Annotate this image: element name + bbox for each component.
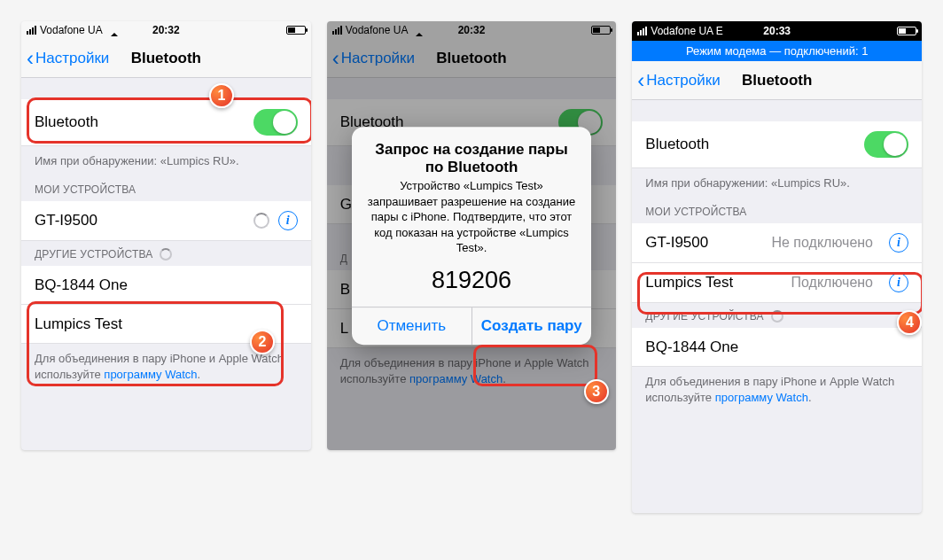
bluetooth-toggle-row[interactable]: Bluetooth — [632, 121, 922, 168]
watch-link[interactable]: программу Watch — [104, 368, 197, 381]
back-button[interactable]: ‹ Настройки — [21, 48, 109, 69]
carrier-label: Vodafone UA — [346, 24, 409, 36]
carrier-label: Vodafone UA — [40, 24, 103, 36]
signal-icon — [637, 27, 647, 35]
device-name: Lumpics Test — [35, 315, 122, 333]
toggle-switch[interactable] — [253, 109, 298, 136]
signal-icon — [27, 26, 36, 35]
back-label: Настройки — [341, 50, 415, 67]
device-name: BQ-1844 One — [35, 276, 128, 294]
back-label: Настройки — [35, 50, 109, 67]
wifi-icon — [106, 26, 119, 35]
annotation-badge-1: 1 — [209, 83, 234, 108]
device-name: Lumpics Test — [645, 274, 733, 292]
annotation-badge-2: 2 — [250, 330, 275, 354]
device-name: BQ-1844 One — [645, 338, 738, 356]
signal-icon — [332, 26, 342, 35]
nav-header: ‹ Настройки Bluetooth — [632, 61, 922, 100]
page-title: Bluetooth — [742, 72, 812, 89]
my-devices-header: МОИ УСТРОЙСТВА — [632, 198, 922, 223]
spinner-icon — [253, 213, 269, 229]
device-row-lumpics-test[interactable]: Lumpics Test Подключено i — [632, 263, 922, 303]
device-row-gt-i9500[interactable]: GT-I9500 Не подключено i — [632, 223, 922, 263]
alert-title: Запрос на создание пары по Bluetooth — [352, 127, 591, 178]
bluetooth-label: Bluetooth — [645, 136, 709, 153]
watch-footer: Для объединения в пару iPhone и Apple Wa… — [327, 348, 617, 394]
nav-header: ‹ Настройки Bluetooth — [21, 39, 311, 78]
toggle-switch[interactable] — [864, 131, 908, 158]
info-icon[interactable]: i — [889, 233, 908, 253]
pairing-alert: Запрос на создание пары по Bluetooth Уст… — [352, 127, 591, 345]
discoverable-footer: Имя при обнаружении: «Lumpics RU». — [21, 146, 311, 176]
other-devices-header: ДРУГИЕ УСТРОЙСТВА — [632, 303, 922, 328]
back-button[interactable]: ‹ Настройки — [632, 70, 720, 91]
back-button[interactable]: ‹ Настройки — [327, 48, 415, 69]
back-label: Настройки — [646, 72, 720, 89]
device-status: Не подключено — [771, 235, 873, 251]
bluetooth-label: Bluetooth — [35, 113, 98, 131]
page-title: Bluetooth — [131, 50, 201, 67]
wifi-icon — [411, 26, 424, 35]
other-devices-header: ДРУГИЕ УСТРОЙСТВА — [21, 241, 311, 266]
spinner-icon — [160, 248, 172, 261]
screen-2: Vodafone UA 20:32 ‹ Настройки Bluetooth … — [327, 21, 617, 450]
spinner-icon — [771, 310, 783, 323]
nav-header: ‹ Настройки Bluetooth — [327, 39, 617, 78]
carrier-label: Vodafone UA E — [651, 25, 722, 37]
device-name: GT-I9500 — [645, 234, 708, 252]
info-icon[interactable]: i — [889, 273, 908, 292]
watch-link[interactable]: программу Watch — [715, 391, 808, 404]
status-bar: Vodafone UA E 20:33 — [632, 21, 922, 41]
clock-label: 20:32 — [152, 24, 180, 36]
status-bar: Vodafone UA 20:32 — [327, 21, 617, 39]
page-title: Bluetooth — [436, 50, 506, 67]
annotation-badge-3: 3 — [584, 379, 609, 404]
pair-button[interactable]: Создать пару — [472, 307, 592, 345]
bluetooth-toggle-row[interactable]: Bluetooth — [21, 99, 311, 146]
battery-icon — [591, 26, 611, 35]
status-bar: Vodafone UA 20:32 — [21, 21, 311, 39]
chevron-left-icon: ‹ — [332, 48, 339, 69]
cancel-button[interactable]: Отменить — [352, 307, 472, 345]
device-row-bq1844[interactable]: BQ-1844 One — [21, 266, 311, 305]
device-name: GT-I9500 — [35, 212, 97, 229]
screen-3: Vodafone UA E 20:33 Режим модема — подкл… — [632, 21, 922, 513]
discoverable-footer: Имя при обнаружении: «Lumpics RU». — [632, 168, 922, 198]
watch-footer: Для объединения в пару iPhone и Apple Wa… — [632, 367, 922, 413]
device-row-gt-i9500[interactable]: GT-I9500 i — [21, 201, 311, 241]
watch-link[interactable]: программу Watch — [409, 372, 503, 385]
chevron-left-icon: ‹ — [27, 48, 34, 69]
hotspot-banner[interactable]: Режим модема — подключений: 1 — [632, 41, 922, 61]
alert-message: Устройство «Lumpics Test» запрашивает ра… — [352, 178, 591, 260]
info-icon[interactable]: i — [278, 211, 298, 230]
clock-label: 20:33 — [763, 25, 791, 37]
screen-1: Vodafone UA 20:32 ‹ Настройки Bluetooth … — [21, 21, 311, 450]
device-status: Подключено — [791, 275, 874, 291]
clock-label: 20:32 — [458, 24, 486, 36]
chevron-left-icon: ‹ — [637, 70, 644, 91]
my-devices-header: МОИ УСТРОЙСТВА — [21, 176, 311, 201]
annotation-badge-4: 4 — [897, 310, 922, 335]
battery-icon — [286, 26, 306, 35]
pairing-code: 819206 — [352, 260, 591, 307]
device-row-bq1844[interactable]: BQ-1844 One — [632, 328, 922, 367]
battery-icon — [897, 27, 916, 35]
